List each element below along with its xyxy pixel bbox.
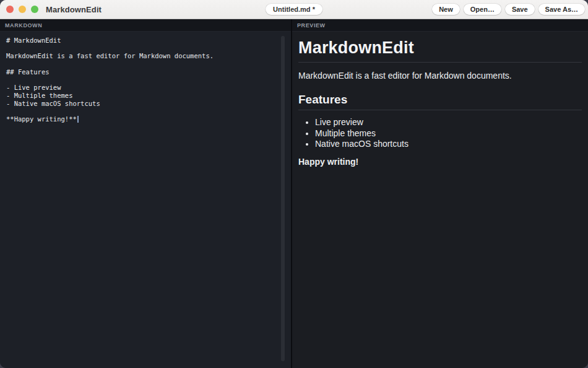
- preview-pane-header-label: PREVIEW: [297, 22, 326, 28]
- split-view: MARKDOWN # MarkdownEdit MarkdownEdit is …: [0, 19, 588, 368]
- open-button[interactable]: Open…: [464, 4, 501, 15]
- new-button[interactable]: New: [432, 4, 460, 15]
- app-window: MarkdownEdit Untitled.md * New Open… Sav…: [0, 0, 588, 368]
- editor-source-text: # MarkdownEdit MarkdownEdit is a fast ed…: [6, 37, 285, 123]
- preview-pane: PREVIEW MarkdownEdit MarkdownEdit is a f…: [292, 19, 588, 368]
- editor-pane-header: MARKDOWN: [0, 19, 291, 32]
- preview-intro-paragraph: MarkdownEdit is a fast editor for Markdo…: [298, 71, 582, 81]
- preview-heading-1: MarkdownEdit: [298, 38, 582, 63]
- markdown-editor[interactable]: # MarkdownEdit MarkdownEdit is a fast ed…: [0, 32, 291, 368]
- toolbar-button-group: New Open… Save Save As…: [432, 4, 588, 15]
- preview-pane-header: PREVIEW: [292, 19, 588, 32]
- preview-heading-2: Features: [298, 93, 582, 110]
- editor-pane: MARKDOWN # MarkdownEdit MarkdownEdit is …: [0, 19, 292, 368]
- editor-scrollbar-thumb[interactable]: [281, 36, 285, 361]
- text-caret: [77, 116, 79, 123]
- editor-source: # MarkdownEdit MarkdownEdit is a fast ed…: [6, 37, 214, 123]
- list-item: Multiple themes: [315, 128, 582, 139]
- save-as-button[interactable]: Save As…: [538, 4, 585, 15]
- list-item: Live preview: [315, 117, 582, 128]
- save-button[interactable]: Save: [505, 4, 535, 15]
- editor-pane-header-label: MARKDOWN: [5, 22, 42, 28]
- window-title: MarkdownEdit: [46, 5, 102, 14]
- document-title-pill[interactable]: Untitled.md *: [266, 4, 322, 15]
- close-button-icon[interactable]: [6, 6, 14, 13]
- list-item: Native macOS shortcuts: [315, 139, 582, 150]
- preview-content: MarkdownEdit MarkdownEdit is a fast edit…: [292, 32, 588, 368]
- minimize-button-icon[interactable]: [19, 6, 26, 13]
- zoom-button-icon[interactable]: [31, 6, 38, 13]
- traffic-lights: [0, 6, 38, 13]
- titlebar: MarkdownEdit Untitled.md * New Open… Sav…: [0, 0, 588, 19]
- preview-closing-paragraph: Happy writing!: [298, 157, 582, 167]
- preview-feature-list: Live preview Multiple themes Native macO…: [298, 117, 582, 150]
